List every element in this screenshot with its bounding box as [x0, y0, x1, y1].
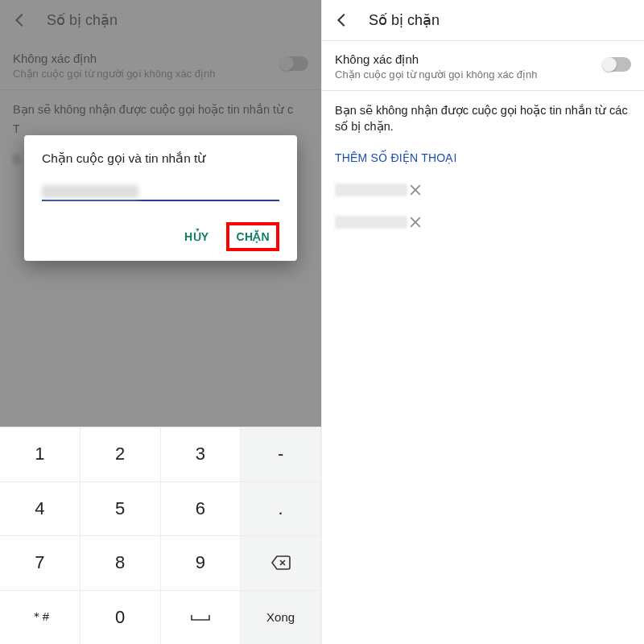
key-8[interactable]: 8: [80, 535, 161, 590]
key-4[interactable]: 4: [0, 481, 80, 536]
cancel-button[interactable]: HỦY: [175, 222, 218, 251]
key-5[interactable]: 5: [80, 481, 161, 536]
key-3[interactable]: 3: [161, 427, 242, 481]
key-backspace[interactable]: [241, 535, 321, 590]
unknown-caller-setting[interactable]: Không xác định Chặn cuộc gọi từ người gọ…: [322, 41, 644, 90]
phone-input[interactable]: [42, 187, 279, 201]
key-space[interactable]: [161, 590, 242, 645]
key-7[interactable]: 7: [0, 535, 80, 590]
setting-title: Không xác định: [335, 52, 604, 67]
key-1[interactable]: 1: [0, 427, 80, 481]
list-item: [322, 174, 644, 206]
block-dialog: Chặn cuộc gọi và tin nhắn từ HỦY CHẶN: [24, 135, 297, 261]
remove-icon[interactable]: [407, 182, 423, 198]
toggle-switch[interactable]: [604, 57, 631, 72]
key-done[interactable]: Xong: [241, 590, 321, 645]
remove-icon[interactable]: [407, 214, 423, 230]
add-number-link[interactable]: THÊM SỐ ĐIỆN THOẠI: [322, 147, 644, 174]
key-symbols[interactable]: ＊#: [0, 590, 80, 645]
header: Số bị chặn: [322, 0, 644, 40]
blocked-number: [335, 184, 407, 196]
key-dash[interactable]: -: [241, 427, 321, 481]
numeric-keypad: 1 2 3 - 4 5 6 . 7 8 9 ＊# 0: [0, 427, 321, 644]
key-0[interactable]: 0: [80, 590, 161, 645]
page-title: Số bị chặn: [369, 11, 440, 29]
key-6[interactable]: 6: [161, 481, 242, 536]
back-icon[interactable]: [333, 11, 351, 29]
key-9[interactable]: 9: [161, 535, 242, 590]
blocked-number: [335, 216, 407, 229]
key-2[interactable]: 2: [80, 427, 161, 481]
block-button[interactable]: CHẶN: [226, 222, 279, 251]
key-dot[interactable]: .: [241, 481, 321, 536]
body-text: Bạn sẽ không nhận được cuộc gọi hoặc tin…: [322, 91, 644, 147]
setting-subtitle: Chặn cuộc gọi từ người gọi không xác địn…: [335, 68, 604, 80]
dialog-title: Chặn cuộc gọi và tin nhắn từ: [42, 151, 279, 166]
list-item: [322, 206, 644, 238]
